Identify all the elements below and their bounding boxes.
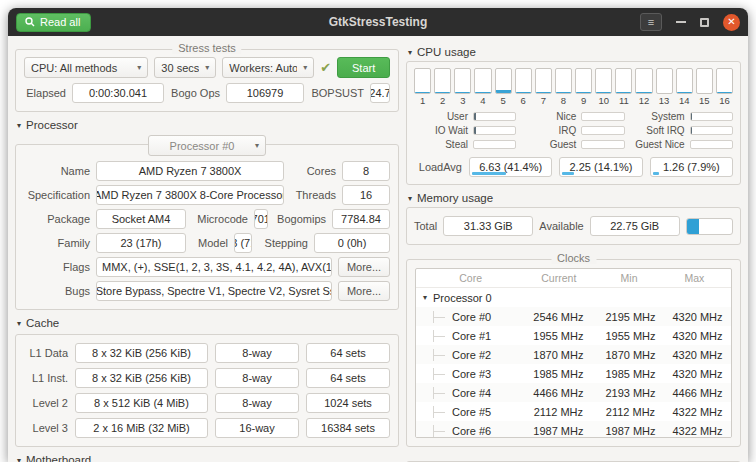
expander-arrow-icon: ▾ xyxy=(408,194,412,203)
flags-value[interactable]: MMX, (+), SSE(1, 2, 3, 3S, 4.1, 4.2, 4A)… xyxy=(96,257,332,277)
core-meter: 1 xyxy=(414,68,431,106)
cache-size-value[interactable]: 8 x 32 KiB (256 KiB) xyxy=(75,368,208,388)
cache-size-value[interactable]: 8 x 32 KiB (256 KiB) xyxy=(75,343,208,363)
core-meter: 4 xyxy=(474,68,491,106)
left-column: Stress tests CPU: All methods▾ 30 secs▾ … xyxy=(15,42,399,462)
threads-value[interactable]: 16 xyxy=(342,185,390,205)
core-meter: 10 xyxy=(595,68,612,106)
read-all-button[interactable]: Read all xyxy=(16,13,91,32)
bogo-ops-value[interactable]: 106979 xyxy=(226,83,304,103)
guest-nice-label: Guest Nice xyxy=(631,139,685,150)
cache-row: Level 3 2 x 16 MiB (32 MiB) 16-way 16384… xyxy=(24,418,390,438)
loadavg-5min[interactable]: 2.25 (14.1%) xyxy=(559,157,642,177)
flags-more-button[interactable]: More... xyxy=(338,257,390,277)
name-label: Name xyxy=(24,165,90,177)
system-label: System xyxy=(631,111,685,122)
menu-button[interactable]: ≡ xyxy=(640,13,662,31)
core-meter: 14 xyxy=(676,68,693,106)
expander-arrow-icon: ▾ xyxy=(17,121,21,130)
nice-bar xyxy=(581,112,624,121)
processor-selector-combo[interactable]: Processor #0▾ xyxy=(148,135,266,156)
table-row: Core #2 1870 MHz1870 MHz4320 MHz xyxy=(416,345,731,364)
cache-row: L1 Inst. 8 x 32 KiB (256 KiB) 8-way 64 s… xyxy=(24,368,390,388)
cpu-name-value[interactable]: AMD Ryzen 7 3800X xyxy=(96,161,284,181)
cache-ways-value[interactable]: 8-way xyxy=(215,393,299,413)
loadavg-1min[interactable]: 6.63 (41.4%) xyxy=(469,157,552,177)
close-button[interactable]: ✕ xyxy=(723,14,740,31)
core-meter: 12 xyxy=(635,68,652,106)
bogo-ops-label: Bogo Ops xyxy=(170,87,220,99)
table-row: Core #3 1985 MHz1985 MHz4320 MHz xyxy=(416,364,731,383)
cache-ways-value[interactable]: 8-way xyxy=(215,343,299,363)
specification-label: Specification xyxy=(24,189,90,201)
cache-sets-value[interactable]: 64 sets xyxy=(306,343,390,363)
loadavg-15min[interactable]: 1.26 (7.9%) xyxy=(650,157,733,177)
core-meter: 2 xyxy=(434,68,451,106)
processor-expander[interactable]: ▾ Processor xyxy=(15,115,399,134)
chevron-down-icon: ▾ xyxy=(205,63,209,72)
core-meter: 9 xyxy=(575,68,592,106)
cache-ways-value[interactable]: 8-way xyxy=(215,368,299,388)
start-button[interactable]: Start xyxy=(337,57,390,78)
cache-sets-value[interactable]: 64 sets xyxy=(306,368,390,388)
maximize-button[interactable] xyxy=(700,18,709,27)
search-icon xyxy=(25,17,35,27)
core-meter: 6 xyxy=(515,68,532,106)
expander-arrow-icon: ▾ xyxy=(408,48,412,57)
minimize-button[interactable] xyxy=(676,21,686,23)
bopsust-value[interactable]: 224.73 xyxy=(370,83,390,103)
processor-frame: Processor #0▾ Name AMD Ryzen 7 3800X Cor… xyxy=(15,144,399,310)
cache-size-value[interactable]: 8 x 512 KiB (4 MiB) xyxy=(75,393,208,413)
memory-usage-frame: Total 31.33 GiB Available 22.75 GiB xyxy=(406,207,741,245)
ready-check-icon: ✔ xyxy=(320,60,331,75)
bugs-value[interactable]: Spec Store Bypass, Spectre V1, Spectre V… xyxy=(96,281,332,301)
clocks-frame: Clocks CoreCurrentMinMax ▾Processor 0 Co… xyxy=(406,259,741,447)
cache-size-value[interactable]: 2 x 16 MiB (32 MiB) xyxy=(75,418,208,438)
right-column: ▾ CPU usage 1 2 3 4 5 6 7 8 9 10 11 12 xyxy=(406,42,741,462)
cache-sets-value[interactable]: 16384 sets xyxy=(306,418,390,438)
model-value[interactable]: 113 (71h) xyxy=(234,233,252,253)
workers-combo[interactable]: Workers: Auto▾ xyxy=(222,57,314,78)
family-label: Family xyxy=(24,237,90,249)
memory-available-value[interactable]: 22.75 GiB xyxy=(590,216,680,236)
chevron-down-icon: ▾ xyxy=(255,141,259,150)
user-label: User xyxy=(414,111,468,122)
stepping-label: Stepping xyxy=(258,237,308,249)
core-meter: 16 xyxy=(716,68,733,106)
table-row: Core #5 2112 MHz2112 MHz4322 MHz xyxy=(416,402,731,421)
bogomips-label: Bogomips xyxy=(274,213,326,225)
cache-sets-value[interactable]: 1024 sets xyxy=(306,393,390,413)
chevron-down-icon: ▾ xyxy=(303,63,307,72)
cpu-usage-expander[interactable]: ▾ CPU usage xyxy=(406,42,741,61)
package-label: Package xyxy=(24,213,90,225)
family-value[interactable]: 23 (17h) xyxy=(96,233,186,253)
stepping-value[interactable]: 0 (0h) xyxy=(314,233,390,253)
bugs-label: Bugs xyxy=(24,285,90,297)
elapsed-value[interactable]: 0:00:30.041 xyxy=(72,83,164,103)
cache-expander[interactable]: ▾ Cache xyxy=(15,313,399,332)
core-meter: 3 xyxy=(454,68,471,106)
memory-total-value[interactable]: 31.33 GiB xyxy=(443,216,533,236)
window-title: GtkStressTesting xyxy=(8,15,748,29)
titlebar: GtkStressTesting Read all ≡ ✕ xyxy=(8,8,748,36)
specification-value[interactable]: AMD Ryzen 7 3800X 8-Core Processor xyxy=(96,185,284,205)
cores-value[interactable]: 8 xyxy=(342,161,390,181)
microcode-value[interactable]: 0x8701013 xyxy=(254,209,268,229)
cache-ways-value[interactable]: 16-way xyxy=(215,418,299,438)
memory-usage-expander[interactable]: ▾ Memory usage xyxy=(406,188,741,207)
bugs-more-button[interactable]: More... xyxy=(338,281,390,301)
method-combo[interactable]: CPU: All methods▾ xyxy=(24,57,148,78)
motherboard-expander[interactable]: ▾ Motherboard xyxy=(15,450,399,462)
core-meter: 8 xyxy=(555,68,572,106)
user-bar xyxy=(473,112,516,121)
package-value[interactable]: Socket AM4 xyxy=(96,209,186,229)
duration-combo[interactable]: 30 secs▾ xyxy=(154,57,216,78)
clocks-group-row[interactable]: ▾Processor 0 xyxy=(416,288,731,307)
bogomips-value[interactable]: 7784.84 xyxy=(332,209,390,229)
table-row: Core #0 2546 MHz2195 MHz4320 MHz xyxy=(416,307,731,326)
memory-available-label: Available xyxy=(539,220,583,232)
core-meter: 11 xyxy=(615,68,632,106)
microcode-label: Microcode xyxy=(192,213,248,225)
soft-irq-bar xyxy=(690,126,733,135)
core-meter: 5 xyxy=(495,68,512,106)
